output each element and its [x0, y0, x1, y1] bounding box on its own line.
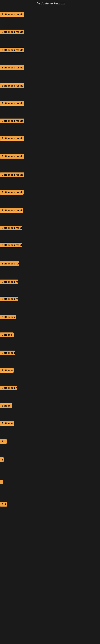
bottleneck-badge: Bottleneck result [0, 208, 23, 213]
bottleneck-item[interactable]: Bottleneck re [0, 280, 18, 285]
bottleneck-badge: Bottleneck [0, 421, 14, 426]
bottleneck-item[interactable]: Bottlene [0, 332, 14, 338]
bottleneck-badge: B [0, 457, 3, 462]
bottleneck-badge: Bottlenec [0, 368, 14, 373]
bottleneck-badge: Bottleneck result [0, 48, 24, 52]
bottleneck-badge: Bottlen [0, 403, 12, 408]
bottleneck-badge: Bottlene [0, 332, 14, 337]
bottleneck-item[interactable]: Bottleneck result [0, 101, 24, 106]
bottleneck-badge: Bottleneck re [0, 386, 17, 390]
bottleneck-badge: Bottleneck result [0, 172, 24, 177]
bottleneck-badge: Bottleneck [0, 315, 16, 320]
bottleneck-item[interactable]: Bot [0, 502, 7, 507]
bottleneck-item[interactable]: Bottlenec [0, 368, 14, 374]
bottleneck-item[interactable]: Bottleneck result [0, 154, 24, 160]
bottleneck-item[interactable]: Bottleneck result [0, 48, 24, 53]
bottleneck-item[interactable]: Bo [0, 439, 7, 444]
bottleneck-item[interactable]: Bottleneck result [0, 65, 24, 71]
bottleneck-item[interactable]: Bottleneck [0, 421, 14, 426]
bottleneck-item[interactable]: Bottleneck [0, 315, 16, 320]
bottleneck-badge: Bottleneck result [0, 261, 19, 266]
bottleneck-badge: | [0, 480, 3, 484]
bottleneck-badge: Bottleneck result [0, 226, 22, 230]
bottleneck-badge: Bot [0, 502, 7, 506]
bottleneck-item[interactable]: Bottleneck result [0, 118, 24, 124]
bottleneck-badge: Bottleneck result [0, 118, 24, 123]
bottleneck-item[interactable]: Bottleneck result [0, 208, 23, 214]
bottleneck-item[interactable]: Bottleneck result [0, 226, 22, 231]
bottleneck-item[interactable]: Bottleneck result [0, 172, 24, 178]
bottleneck-badge: Bottleneck result [0, 101, 24, 106]
bottleneck-item[interactable]: Bottleneck result [0, 30, 24, 35]
bottleneck-badge: Bottleneck result [0, 30, 24, 34]
bottleneck-item[interactable]: Bottleneck result [0, 12, 24, 18]
bottleneck-badge: Bottleneck [0, 350, 15, 355]
bottleneck-badge: Bottleneck result [0, 65, 24, 70]
bottleneck-badge: Bottleneck result [0, 243, 22, 247]
bottleneck-badge: Bottleneck result [0, 190, 24, 194]
bottleneck-item[interactable]: Bottlen [0, 403, 12, 409]
bottleneck-item[interactable]: Bottleneck resul [0, 297, 18, 302]
bottleneck-badge: Bo [0, 439, 7, 444]
bottleneck-item[interactable]: Bottleneck result [0, 243, 22, 248]
bottleneck-badge: Bottleneck result [0, 83, 24, 88]
bottleneck-badge: Bottleneck resul [0, 297, 18, 301]
bottleneck-badge: Bottleneck re [0, 280, 18, 284]
bottleneck-item[interactable]: Bottleneck result [0, 83, 24, 89]
bottleneck-badge: Bottleneck result [0, 154, 24, 158]
bottleneck-badge: Bottleneck result [0, 12, 24, 17]
bottleneck-item[interactable]: Bottleneck result [0, 190, 24, 196]
bottleneck-item[interactable]: Bottleneck result [0, 136, 24, 142]
bottleneck-item[interactable]: Bottleneck result [0, 261, 19, 267]
bottleneck-item[interactable]: B [0, 457, 3, 463]
bottleneck-item[interactable]: Bottleneck re [0, 386, 17, 391]
site-title: TheBottlenecker.com [0, 0, 100, 7]
bottleneck-item[interactable]: | [0, 480, 3, 485]
bottleneck-badge: Bottleneck result [0, 136, 24, 141]
bottleneck-item[interactable]: Bottleneck [0, 350, 15, 356]
